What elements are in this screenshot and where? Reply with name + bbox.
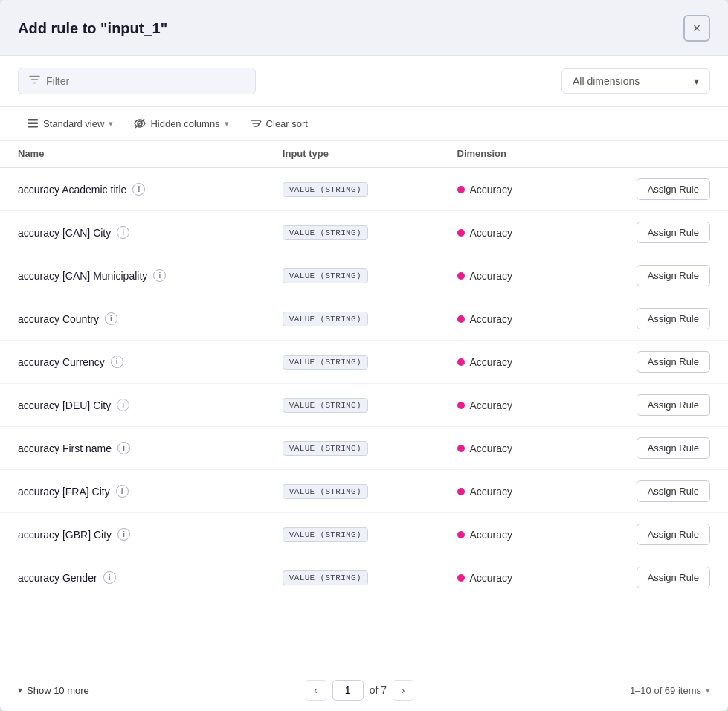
dimension-select-label: All dimensions <box>573 75 640 87</box>
clear-sort-icon <box>250 118 262 129</box>
table-row: accuracy [GBR] City i VALUE (STRING) Acc… <box>0 513 728 556</box>
cell-name: accuracy [DEU] City i <box>0 384 265 427</box>
col-name: Name <box>0 141 265 167</box>
toolbar: All dimensions ▾ <box>0 56 728 107</box>
cell-name: accuracy Gender i <box>0 556 265 599</box>
cell-name: accuracy [GBR] City i <box>0 513 265 556</box>
assign-rule-button[interactable]: Assign Rule <box>637 567 710 588</box>
close-button[interactable]: × <box>683 15 710 42</box>
hidden-columns-button[interactable]: Hidden columns ▾ <box>125 113 237 134</box>
table-row: accuracy [FRA] City i VALUE (STRING) Acc… <box>0 470 728 513</box>
cell-action: Assign Rule <box>570 556 728 599</box>
view-controls: Standard view ▾ Hidden columns ▾ Clear s… <box>0 107 728 141</box>
cell-name: accuracy [FRA] City i <box>0 470 265 513</box>
info-icon[interactable]: i <box>117 528 130 541</box>
cell-dimension: Accuracy <box>439 167 570 211</box>
svg-rect-0 <box>28 119 38 121</box>
filter-input-wrap <box>18 68 256 94</box>
footer: ▾ Show 10 more ‹ of 7 › 1–10 of 69 items… <box>0 669 728 711</box>
show-more-button[interactable]: ▾ Show 10 more <box>18 685 89 696</box>
modal-header: Add rule to "input_1" × <box>0 0 728 56</box>
info-icon[interactable]: i <box>117 442 130 454</box>
clear-sort-button[interactable]: Clear sort <box>241 113 317 134</box>
next-page-button[interactable]: › <box>393 680 413 701</box>
assign-rule-button[interactable]: Assign Rule <box>637 265 710 286</box>
assign-rule-button[interactable]: Assign Rule <box>637 480 710 502</box>
filter-icon <box>29 74 40 88</box>
cell-dimension: Accuracy <box>439 254 570 297</box>
cell-dimension: Accuracy <box>439 341 570 384</box>
modal-container: Add rule to "input_1" × All dimensions ▾… <box>0 0 728 711</box>
cell-action: Assign Rule <box>570 470 728 513</box>
info-icon[interactable]: i <box>132 183 145 196</box>
info-icon[interactable]: i <box>153 269 166 282</box>
assign-rule-button[interactable]: Assign Rule <box>637 524 710 545</box>
assign-rule-button[interactable]: Assign Rule <box>637 394 710 416</box>
table-row: accuracy First name i VALUE (STRING) Acc… <box>0 427 728 470</box>
dimension-select[interactable]: All dimensions ▾ <box>561 68 710 94</box>
cell-input-type: VALUE (STRING) <box>265 470 439 513</box>
cell-dimension: Accuracy <box>439 513 570 556</box>
assign-rule-button[interactable]: Assign Rule <box>637 308 710 329</box>
assign-rule-button[interactable]: Assign Rule <box>637 222 710 243</box>
cell-name: accuracy Academic title i <box>0 167 265 211</box>
table-header-row: Name Input type Dimension <box>0 141 728 167</box>
rules-table: Name Input type Dimension accuracy Acade… <box>0 141 728 599</box>
col-dimension: Dimension <box>439 141 570 167</box>
accuracy-dot <box>457 402 465 409</box>
assign-rule-button[interactable]: Assign Rule <box>637 351 710 373</box>
info-icon[interactable]: i <box>116 485 129 498</box>
standard-view-button[interactable]: Standard view ▾ <box>18 113 122 134</box>
cell-dimension: Accuracy <box>439 211 570 254</box>
table-row: accuracy Gender i VALUE (STRING) Accurac… <box>0 556 728 599</box>
table-row: accuracy Currency i VALUE (STRING) Accur… <box>0 341 728 384</box>
accuracy-dot <box>457 574 465 582</box>
col-action <box>570 141 728 167</box>
filter-input[interactable] <box>46 75 245 87</box>
cell-dimension: Accuracy <box>439 384 570 427</box>
total-pages: of 7 <box>370 684 387 696</box>
assign-rule-button[interactable]: Assign Rule <box>637 437 710 459</box>
svg-rect-1 <box>28 123 38 125</box>
cell-name: accuracy [CAN] Municipality i <box>0 254 265 297</box>
info-icon[interactable]: i <box>117 226 129 239</box>
table-row: accuracy Country i VALUE (STRING) Accura… <box>0 297 728 341</box>
info-icon[interactable]: i <box>117 399 129 411</box>
table-row: accuracy [CAN] Municipality i VALUE (STR… <box>0 254 728 297</box>
cell-input-type: VALUE (STRING) <box>265 427 439 470</box>
cell-input-type: VALUE (STRING) <box>265 341 439 384</box>
accuracy-dot <box>457 229 465 237</box>
cell-name: accuracy First name i <box>0 427 265 470</box>
cell-name: accuracy Currency i <box>0 341 265 384</box>
cell-input-type: VALUE (STRING) <box>265 211 439 254</box>
table-row: accuracy Academic title i VALUE (STRING)… <box>0 167 728 211</box>
cell-input-type: VALUE (STRING) <box>265 513 439 556</box>
items-count: 1–10 of 69 items ▾ <box>630 685 710 696</box>
chevron-down-icon: ▾ <box>18 685 22 695</box>
info-icon[interactable]: i <box>103 571 116 584</box>
accuracy-dot <box>457 272 465 280</box>
cell-action: Assign Rule <box>570 211 728 254</box>
items-count-dropdown-icon[interactable]: ▾ <box>706 686 710 695</box>
cell-dimension: Accuracy <box>439 427 570 470</box>
info-icon[interactable]: i <box>105 312 117 325</box>
cell-input-type: VALUE (STRING) <box>265 254 439 297</box>
prev-page-button[interactable]: ‹ <box>306 680 326 701</box>
cell-dimension: Accuracy <box>439 556 570 599</box>
info-icon[interactable]: i <box>111 356 123 368</box>
table-wrap: Name Input type Dimension accuracy Acade… <box>0 141 728 669</box>
cell-action: Assign Rule <box>570 384 728 427</box>
pagination: ‹ of 7 › <box>306 680 413 701</box>
cell-dimension: Accuracy <box>439 470 570 513</box>
cell-action: Assign Rule <box>570 427 728 470</box>
accuracy-dot <box>457 445 465 452</box>
cell-name: accuracy [CAN] City i <box>0 211 265 254</box>
cell-name: accuracy Country i <box>0 297 265 341</box>
cell-input-type: VALUE (STRING) <box>265 556 439 599</box>
accuracy-dot <box>457 488 465 495</box>
cell-action: Assign Rule <box>570 513 728 556</box>
page-input[interactable] <box>332 680 364 701</box>
assign-rule-button[interactable]: Assign Rule <box>637 178 710 200</box>
cell-action: Assign Rule <box>570 254 728 297</box>
cell-action: Assign Rule <box>570 167 728 211</box>
